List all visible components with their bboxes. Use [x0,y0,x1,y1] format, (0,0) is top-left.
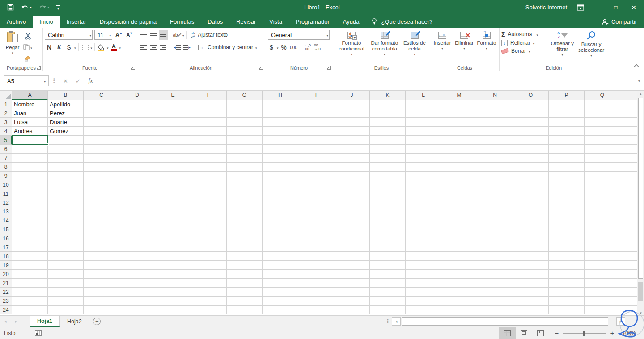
font-color-arrow[interactable]: ▾ [119,46,121,50]
increase-decimal-button[interactable]: ←,0 ,00 [303,42,312,52]
format-painter-button[interactable] [23,54,32,63]
row-header-18[interactable]: 18 [0,252,12,261]
font-name-arrow[interactable]: ▾ [88,34,91,37]
row-header-24[interactable]: 24 [0,306,12,314]
row-header-14[interactable]: 14 [0,216,12,225]
macro-record-icon[interactable] [35,330,42,336]
zoom-out-button[interactable]: − [555,330,559,337]
name-box[interactable]: A5 ▾ [4,75,49,86]
column-header-b[interactable]: B [48,91,84,100]
row-header-9[interactable]: 9 [0,172,12,180]
tab-inicio[interactable]: Inicio [33,16,59,28]
active-cell-selection[interactable] [12,135,48,145]
tab-revisar[interactable]: Revisar [229,16,263,28]
clear-button[interactable]: Borrar ▾ [501,48,548,54]
merge-center-button[interactable]: ↔ Combinar y centrar ▾ [196,42,259,52]
column-header-o[interactable]: O [513,91,549,100]
column-header-g[interactable]: G [227,91,263,100]
decrease-font-button[interactable]: A▾ [125,30,134,40]
find-select-button[interactable]: Buscar y seleccionar ▾ [576,30,606,64]
customize-qat-button[interactable]: ▾ [56,5,60,10]
row-header-21[interactable]: 21 [0,279,12,288]
fill-button[interactable]: ↓ Rellenar ▾ [501,40,548,46]
column-header-i[interactable]: I [298,91,334,100]
font-color-button[interactable]: A [110,42,119,52]
cell-b2[interactable]: Perez [48,109,84,118]
column-header-f[interactable]: F [191,91,227,100]
paste-button[interactable]: Pegar ▾ [2,30,23,63]
tab-programador[interactable]: Programador [289,16,336,28]
insert-function-button[interactable]: fx [85,75,97,86]
comma-style-button[interactable]: 000 [289,42,298,52]
fill-color-arrow[interactable]: ▾ [107,46,109,50]
alignment-dialog-launcher[interactable] [259,66,263,70]
cell-styles-button[interactable]: Estilos de celda ▾ [401,30,428,64]
percent-button[interactable]: % [280,42,288,52]
formula-bar-expand-button[interactable]: ▾ [634,75,644,86]
currency-arrow[interactable]: ▾ [277,46,279,50]
tell-me-box[interactable]: ¿Qué desea hacer? [366,18,438,28]
sheet-nav-left-arrow[interactable]: ◂ [0,316,11,327]
align-bottom-button[interactable] [159,30,168,40]
column-header-n[interactable]: N [477,91,513,100]
zoom-slider-thumb[interactable] [583,331,585,336]
maximize-button[interactable]: □ [612,4,620,11]
align-middle-button[interactable] [149,30,158,40]
cell-a1[interactable]: Nombre [12,100,48,109]
italic-button[interactable]: K [55,42,64,52]
font-size-select[interactable]: 11▾ [94,30,112,40]
align-left-button[interactable] [139,42,148,52]
row-header-7[interactable]: 7 [0,154,12,163]
view-normal-button[interactable] [499,327,516,339]
formula-bar-splitter[interactable]: ••• [53,78,55,84]
font-dialog-launcher[interactable] [131,66,135,70]
undo-button[interactable]: ▾ [21,4,32,11]
share-button[interactable]: Compartir [594,18,644,28]
number-format-arrow[interactable]: ▾ [325,34,328,37]
autosum-button[interactable]: Σ Autosuma ▾ [501,31,548,38]
scroll-up-arrow[interactable]: ▴ [637,92,644,96]
scroll-down-arrow[interactable]: ▾ [637,311,644,315]
row-header-1[interactable]: 1 [0,100,12,109]
column-header-q[interactable]: Q [585,91,620,100]
tab-insertar[interactable]: Insertar [60,16,93,28]
row-header-10[interactable]: 10 [0,180,12,189]
tab-vista[interactable]: Vista [263,16,289,28]
sheet-tab-hoja2[interactable]: Hoja2 [60,316,89,327]
zoom-in-button[interactable]: + [610,330,614,337]
format-cells-button[interactable]: ↔ Formato ▾ [476,30,497,64]
tab-ayuda[interactable]: Ayuda [336,16,366,28]
align-right-button[interactable] [159,42,168,52]
row-header-22[interactable]: 22 [0,288,12,297]
tab-disposici-n-de-p-gina[interactable]: Disposición de página [93,16,163,28]
row-header-19[interactable]: 19 [0,261,12,270]
select-all-corner[interactable] [0,91,12,100]
column-header-l[interactable]: L [406,91,441,100]
scroll-right-arrow[interactable]: ▸ [616,317,625,326]
tab-archivo[interactable]: Archivo [0,16,33,28]
column-header-p[interactable]: P [549,91,585,100]
clipboard-dialog-launcher[interactable] [37,66,41,70]
cell-b3[interactable]: Duarte [48,118,84,127]
zoom-slider[interactable] [563,333,606,334]
confirm-entry-button[interactable]: ✓ [72,75,85,86]
row-header-13[interactable]: 13 [0,207,12,216]
name-box-arrow[interactable]: ▾ [44,80,46,83]
conditional-formatting-button[interactable]: ≠ Formato condicional ▾ [335,30,368,64]
row-header-5[interactable]: 5 [0,136,12,145]
fill-color-button[interactable] [97,42,106,52]
new-sheet-button[interactable]: + [89,316,105,327]
number-format-select[interactable]: General▾ [268,30,330,40]
row-header-6[interactable]: 6 [0,145,12,154]
row-header-20[interactable]: 20 [0,270,12,279]
underline-button[interactable]: S [64,42,73,52]
redo-dropdown-arrow[interactable]: ▾ [48,6,50,9]
column-header-h[interactable]: H [263,91,298,100]
row-header-11[interactable]: 11 [0,189,12,198]
column-header-e[interactable]: E [155,91,191,100]
vertical-scroll-thumb[interactable] [638,98,643,279]
font-size-arrow[interactable]: ▾ [107,34,111,37]
borders-button[interactable] [81,42,90,52]
collapse-ribbon-button[interactable] [633,64,640,70]
horizontal-scrollbar[interactable]: ◂ ▸ [392,317,637,326]
